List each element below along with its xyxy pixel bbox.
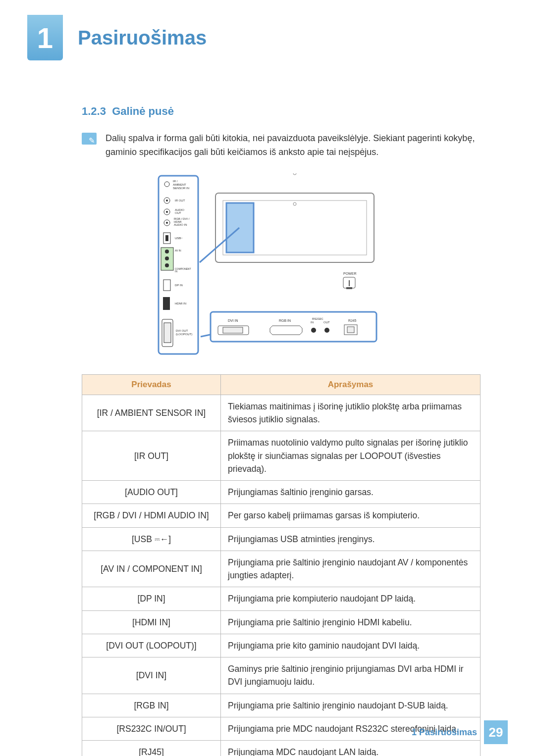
description-cell: Prijungiama prie šaltinio įrenginio HDMI… xyxy=(221,610,481,634)
chapter-number: 1 xyxy=(37,21,53,54)
svg-point-39 xyxy=(293,202,296,205)
svg-text:RGB IN: RGB IN xyxy=(279,319,291,322)
port-cell: [RS232C IN/OUT] xyxy=(82,717,221,740)
svg-point-22 xyxy=(165,256,169,260)
svg-text:POWER: POWER xyxy=(343,272,356,275)
port-cell: [DP IN] xyxy=(82,587,221,610)
svg-text:DP IN: DP IN xyxy=(175,284,183,287)
description-cell: Prijungiamas USB atminties įrenginys. xyxy=(221,527,481,551)
svg-text:DVI OUT: DVI OUT xyxy=(176,329,188,332)
port-cell: [AV IN / COMPONENT IN] xyxy=(82,551,221,587)
port-cell: [RGB IN] xyxy=(82,694,221,717)
table-row: [RGB / DVI / HDMI AUDIO IN]Per garso kab… xyxy=(82,504,481,527)
chapter-title: Pasiruošimas xyxy=(78,27,207,49)
svg-text:RS232C: RS232C xyxy=(312,317,323,320)
port-cell: [DVI OUT (LOOPOUT)] xyxy=(82,634,221,657)
table-row: [DVI OUT (LOOPOUT)]Prijungiama prie kito… xyxy=(82,634,481,657)
svg-point-38 xyxy=(293,173,296,175)
description-cell: Gaminys prie šaltinio įrenginio prijungi… xyxy=(221,657,481,694)
description-cell: Prijungiama prie šaltinio įrenginio naud… xyxy=(221,694,481,717)
table-row: [IR OUT]Priimamas nuotolinio valdymo pul… xyxy=(82,431,481,481)
svg-rect-18 xyxy=(165,235,168,241)
table-row: [DP IN]Prijungiama prie kompiuterio naud… xyxy=(82,587,481,610)
table-row: [IR / AMBIENT SENSOR IN]Tiekiamas maitin… xyxy=(82,395,481,431)
svg-text:USB⎓: USB⎓ xyxy=(175,237,183,240)
svg-text:AMBIENT: AMBIENT xyxy=(173,183,186,186)
svg-point-21 xyxy=(165,250,169,253)
description-cell: Per garso kabelį priimamas garsas iš kom… xyxy=(221,504,481,527)
description-cell: Tiekiamas maitinimas į išorinę jutiklio … xyxy=(221,395,481,431)
svg-text:DVI IN: DVI IN xyxy=(228,319,238,322)
note-icon xyxy=(82,133,97,145)
svg-rect-58 xyxy=(347,327,354,333)
svg-point-55 xyxy=(324,328,329,333)
port-cell: [HDMI IN] xyxy=(82,610,221,634)
note-text: Dalių spalva ir forma gali būti kitokia,… xyxy=(106,132,508,159)
description-cell: Prijungiama prie kito gaminio naudojant … xyxy=(221,634,481,657)
chapter-number-box: 1 xyxy=(27,15,63,60)
svg-rect-32 xyxy=(164,323,171,343)
svg-point-6 xyxy=(166,200,168,202)
table-row: [RGB IN]Prijungiama prie šaltinio įrengi… xyxy=(82,694,481,717)
svg-text:(LOOPOUT): (LOOPOUT) xyxy=(176,333,192,336)
svg-text:OUT: OUT xyxy=(175,211,181,214)
svg-text:OUT: OUT xyxy=(323,321,330,324)
ports-table: Prievadas Aprašymas [IR / AMBIENT SENSOR… xyxy=(82,374,481,756)
table-row: [USB ⎓←]Prijungiamas USB atminties įreng… xyxy=(82,527,481,551)
table-row: [DVI IN]Gaminys prie šaltinio įrenginio … xyxy=(82,657,481,694)
svg-point-9 xyxy=(166,211,168,213)
svg-rect-37 xyxy=(226,203,254,252)
svg-text:SENSOR IN: SENSOR IN xyxy=(173,187,189,190)
section-heading: 1.2.3 Galinė pusė xyxy=(82,105,508,118)
svg-text:IR OUT: IR OUT xyxy=(175,199,185,202)
page-footer: 1 Pasiruošimas 29 xyxy=(412,720,508,744)
description-cell: Priimamas nuotolinio valdymo pulto signa… xyxy=(221,431,481,481)
section-number: 1.2.3 xyxy=(82,105,106,117)
page-header: 1 Pasiruošimas xyxy=(27,15,508,60)
rear-panel-diagram: IR / AMBIENT SENSOR IN IR OUT AUDIO OUT … xyxy=(27,173,508,356)
table-header-desc: Aprašymas xyxy=(221,374,481,395)
footer-text: 1 Pasiruošimas xyxy=(412,727,477,738)
svg-point-54 xyxy=(311,328,316,333)
port-cell: [RGB / DVI / HDMI AUDIO IN] xyxy=(82,504,221,527)
table-row: [AV IN / COMPONENT IN]Prijungiama prie š… xyxy=(82,551,481,587)
port-cell: [DVI IN] xyxy=(82,657,221,694)
footer-page-number: 29 xyxy=(484,720,508,744)
section-title: Galinė pusė xyxy=(112,105,174,117)
svg-rect-49 xyxy=(223,327,243,333)
svg-text:HDMI IN: HDMI IN xyxy=(175,302,186,305)
port-cell: [AUDIO OUT] xyxy=(82,481,221,504)
svg-text:IN: IN xyxy=(175,270,177,273)
svg-point-13 xyxy=(166,222,168,224)
table-header-port: Prievadas xyxy=(82,374,221,395)
port-cell: [IR / AMBIENT SENSOR IN] xyxy=(82,395,221,431)
svg-text:RJ45: RJ45 xyxy=(348,319,356,322)
table-row: [AUDIO OUT]Prijungiamas šaltinio įrengin… xyxy=(82,481,481,504)
svg-text:AUDIO IN: AUDIO IN xyxy=(174,223,187,226)
svg-point-23 xyxy=(165,263,169,267)
svg-text:IN: IN xyxy=(311,321,314,324)
port-cell: [USB ⎓←] xyxy=(82,527,221,551)
diagram-svg: IR / AMBIENT SENSOR IN IR OUT AUDIO OUT … xyxy=(156,173,379,356)
svg-rect-29 xyxy=(163,297,170,310)
port-cell: [IR OUT] xyxy=(82,431,221,481)
table-row: [HDMI IN]Prijungiama prie šaltinio įreng… xyxy=(82,610,481,634)
port-cell: [RJ45] xyxy=(82,741,221,756)
note-block: Dalių spalva ir forma gali būti kitokia,… xyxy=(82,132,508,159)
description-cell: Prijungiama prie šaltinio įrenginio naud… xyxy=(221,551,481,587)
svg-text:IR /: IR / xyxy=(173,180,178,183)
description-cell: Prijungiamas šaltinio įrenginio garsas. xyxy=(221,481,481,504)
description-cell: Prijungiama prie kompiuterio naudojant D… xyxy=(221,587,481,610)
svg-text:AV IN: AV IN xyxy=(175,249,181,252)
